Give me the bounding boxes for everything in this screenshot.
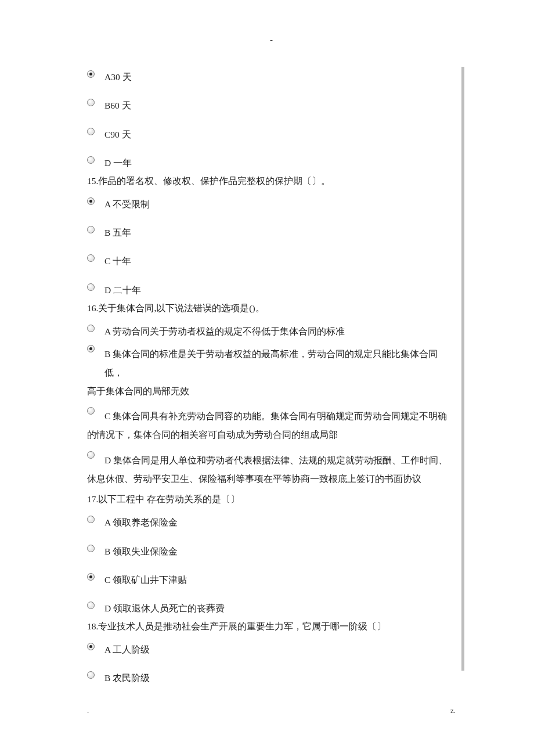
radio-icon[interactable] <box>87 345 95 352</box>
q15-option-c: C 十年 <box>87 252 456 268</box>
option-label: D 二十年 <box>104 281 456 297</box>
option-label: D 集体合同是用人单位和劳动者代表根据法律、法规的规定就劳动报酬、工作时间、 休… <box>104 449 456 488</box>
q16-prompt: 16.关于集体合同,以下说法错误的选项是()。 <box>87 300 456 316</box>
radio-icon[interactable] <box>87 128 95 135</box>
q18-option-a: A 工人阶级 <box>87 640 456 656</box>
q17-option-b: B 领取失业保险金 <box>87 542 456 558</box>
option-label: B60 天 <box>104 96 456 112</box>
q16-option-c: C 集体合同具有补充劳动合同容的功能。集体合同有明确规定而劳动合同规定不明确 的… <box>87 405 456 444</box>
document-body: A30 天 B60 天 C90 天 D 一年 15.作品的署名权、修改权、保护作… <box>87 68 456 685</box>
q15-option-b: B 五年 <box>87 224 456 239</box>
radio-icon[interactable] <box>87 451 95 459</box>
header-mark: - <box>87 35 456 45</box>
option-label: A 领取养老保险金 <box>104 513 456 529</box>
q18-prompt: 18.专业技术人员是推动社会生产开展的重要生力军，它属于哪一阶级〔〕 <box>87 618 456 635</box>
radio-icon[interactable] <box>87 516 95 523</box>
q16-option-d: D 集体合同是用人单位和劳动者代表根据法律、法规的规定就劳动报酬、工作时间、 休… <box>87 449 456 488</box>
option-label: B 领取失业保险金 <box>104 542 456 558</box>
option-label: D 一年 <box>104 154 456 170</box>
option-label: D 领取退休人员死亡的丧葬费 <box>104 599 456 615</box>
q14-option-a: A30 天 <box>87 68 456 84</box>
footer-right: z. <box>450 706 456 715</box>
radio-icon[interactable] <box>87 573 95 581</box>
q16-option-a: A 劳动合同关于劳动者权益的规定不得低于集体合同的标准 <box>87 322 456 338</box>
option-label: C 领取矿山井下津贴 <box>104 571 456 586</box>
radio-icon[interactable] <box>87 671 95 679</box>
radio-icon[interactable] <box>87 283 95 291</box>
q15-option-a: A 不受限制 <box>87 195 456 211</box>
option-line1: B 集体合同的标准是关于劳动者权益的最高标准，劳动合同的规定只能比集体合同低， <box>104 349 438 377</box>
footer-left: . <box>87 706 89 715</box>
radio-icon[interactable] <box>87 70 95 78</box>
option-label: C 十年 <box>104 252 456 268</box>
option-label: C90 天 <box>104 125 456 141</box>
radio-icon[interactable] <box>87 226 95 233</box>
radio-icon[interactable] <box>87 197 95 205</box>
option-line1: C 集体合同具有补充劳动合同容的功能。集体合同有明确规定而劳动合同规定不明确 <box>104 411 447 421</box>
option-line2: 的情况下，集体合同的相关容可自动成为劳动合同的组成局部 <box>87 426 456 444</box>
q14-option-b: B60 天 <box>87 96 456 112</box>
q15-prompt: 15.作品的署名权、修改权、保护作品完整权的保护期〔〕。 <box>87 173 456 189</box>
q14-option-c: C90 天 <box>87 125 456 141</box>
q18-option-b: B 农民阶级 <box>87 669 456 685</box>
option-label: A 不受限制 <box>104 195 456 211</box>
radio-icon[interactable] <box>87 407 95 415</box>
option-label: B 集体合同的标准是关于劳动者权益的最高标准，劳动合同的规定只能比集体合同低， … <box>104 343 456 400</box>
option-line2: 休息休假、劳动平安卫生、保险福利等事项在平等协商一致根底上签订的书面协议 <box>87 470 456 488</box>
option-label: A 劳动合同关于劳动者权益的规定不得低于集体合同的标准 <box>104 322 456 338</box>
option-line2: 高于集体合同的局部无效 <box>87 382 456 401</box>
option-label: A 工人阶级 <box>104 640 456 656</box>
q16-option-b: B 集体合同的标准是关于劳动者权益的最高标准，劳动合同的规定只能比集体合同低， … <box>87 343 456 400</box>
option-label: A30 天 <box>104 68 456 84</box>
radio-icon[interactable] <box>87 643 95 650</box>
radio-icon[interactable] <box>87 602 95 609</box>
page-footer: . z. <box>87 706 456 715</box>
q14-option-d: D 一年 <box>87 154 456 170</box>
option-label: C 集体合同具有补充劳动合同容的功能。集体合同有明确规定而劳动合同规定不明确 的… <box>104 405 456 444</box>
radio-icon[interactable] <box>87 325 95 332</box>
option-label: B 农民阶级 <box>104 669 456 685</box>
option-label: B 五年 <box>104 224 456 239</box>
radio-icon[interactable] <box>87 545 95 552</box>
radio-icon[interactable] <box>87 254 95 262</box>
scrollbar-track[interactable] <box>461 67 464 671</box>
radio-icon[interactable] <box>87 99 95 106</box>
q17-option-a: A 领取养老保险金 <box>87 513 456 529</box>
q15-option-d: D 二十年 <box>87 281 456 297</box>
q17-prompt: 17.以下工程中 存在劳动关系的是〔〕 <box>87 491 456 507</box>
q17-option-c: C 领取矿山井下津贴 <box>87 571 456 586</box>
radio-icon[interactable] <box>87 156 95 164</box>
q17-option-d: D 领取退休人员死亡的丧葬费 <box>87 599 456 615</box>
option-line1: D 集体合同是用人单位和劳动者代表根据法律、法规的规定就劳动报酬、工作时间、 <box>104 455 448 465</box>
